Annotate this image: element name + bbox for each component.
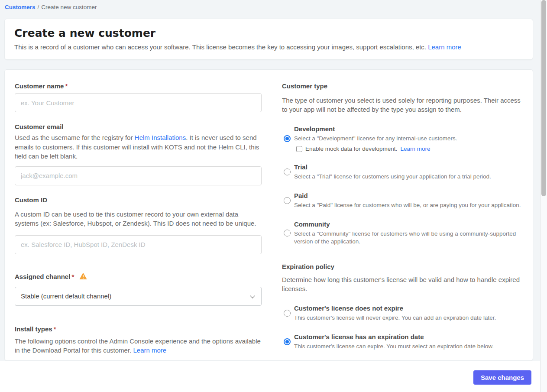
radio-community[interactable] <box>284 230 291 236</box>
form-left-column: Customer name* Customer email Used as th… <box>15 82 262 355</box>
page-header-card: Create a new customer This is a record o… <box>4 19 533 60</box>
breadcrumb-customers-link[interactable]: Customers <box>5 4 36 10</box>
mock-data-learn-more-link[interactable]: Learn more <box>400 146 430 152</box>
customer-email-desc-text-1: Used as the username for the registry fo… <box>15 134 135 141</box>
option-paid-label: Paid <box>294 191 527 200</box>
customer-type-description: The type of customer you select is used … <box>282 96 527 114</box>
expiration-policy-description: Determine how long this customer's licen… <box>282 275 527 293</box>
assigned-channel-label-text: Assigned channel <box>15 273 70 280</box>
customer-type-option-community[interactable]: Community Select a "Community" license f… <box>282 220 527 246</box>
option-development-description: Select a "Development" license for any i… <box>294 135 527 143</box>
custom-id-label: Custom ID <box>15 196 262 204</box>
required-asterisk: * <box>71 273 74 280</box>
breadcrumb-separator: / <box>38 4 39 10</box>
option-community-description: Select a "Community" license for custome… <box>294 230 527 246</box>
radio-paid[interactable] <box>284 197 291 204</box>
save-changes-button[interactable]: Save changes <box>473 370 531 385</box>
option-has-expiration-body: Customer's license has an expiration dat… <box>294 333 527 350</box>
option-has-expiration-description: This customer's license can expire. You … <box>294 343 527 350</box>
option-trial-body: Trial Select a "Trial" license for custo… <box>294 163 527 181</box>
option-paid-description: Select a "Paid" license for customers wh… <box>294 201 527 209</box>
helm-installations-link[interactable]: Helm Installations <box>135 134 186 141</box>
option-development-body: Development Select a "Development" licen… <box>294 125 527 152</box>
customer-name-label: Customer name* <box>15 82 262 91</box>
option-community-label: Community <box>294 220 527 229</box>
page-description: This is a record of a customer who can a… <box>14 43 533 52</box>
customer-form-card: Customer name* Customer email Used as th… <box>4 69 533 361</box>
warning-icon <box>79 273 87 282</box>
scrollbar-thumb[interactable] <box>541 0 546 196</box>
customer-type-option-trial[interactable]: Trial Select a "Trial" license for custo… <box>282 163 527 181</box>
expiration-option-no-expire[interactable]: Customer's license does not expire This … <box>282 304 527 322</box>
custom-id-description: A custom ID can be used to tie this cust… <box>15 210 262 228</box>
radio-license-has-expiration[interactable] <box>284 338 291 345</box>
customer-name-label-text: Customer name <box>15 82 64 90</box>
required-asterisk: * <box>54 325 56 333</box>
form-right-column: Customer type The type of customer you s… <box>282 81 527 350</box>
assigned-channel-label: Assigned channel* <box>15 272 262 282</box>
expiration-policy-heading: Expiration policy <box>282 262 527 271</box>
breadcrumb: Customers/Create new customer <box>5 4 97 10</box>
option-has-expiration-label: Customer's license has an expiration dat… <box>294 333 527 341</box>
install-types-description: The following options control the Admin … <box>15 337 262 355</box>
customer-type-option-development[interactable]: Development Select a "Development" licen… <box>282 125 527 152</box>
assigned-channel-select[interactable]: Stable (current default channel) <box>15 287 262 306</box>
option-no-expire-label: Customer's license does not expire <box>294 304 527 313</box>
customer-name-input[interactable] <box>15 93 262 112</box>
install-types-learn-more-link[interactable]: Learn more <box>133 347 166 354</box>
scrollbar-track[interactable] <box>540 0 547 392</box>
option-no-expire-description: This customer's license will never expir… <box>294 314 527 322</box>
mock-data-checkbox-row[interactable]: Enable mock data for development. Learn … <box>296 146 527 152</box>
install-types-label-text: Install types <box>15 325 52 333</box>
customer-type-option-paid[interactable]: Paid Select a "Paid" license for custome… <box>282 191 527 209</box>
option-community-body: Community Select a "Community" license f… <box>294 220 527 246</box>
install-types-label: Install types* <box>15 325 262 334</box>
assigned-channel-selected-value: Stable (current default channel) <box>21 292 111 300</box>
option-development-label: Development <box>294 125 527 133</box>
option-no-expire-body: Customer's license does not expire This … <box>294 304 527 322</box>
customer-email-label: Customer email <box>15 123 262 131</box>
radio-license-does-not-expire[interactable] <box>284 310 291 317</box>
option-trial-description: Select a "Trial" license for customers u… <box>294 173 527 181</box>
required-asterisk: * <box>65 82 68 90</box>
customer-type-heading: Customer type <box>282 81 527 91</box>
page-title: Create a new customer <box>14 27 533 39</box>
page-description-text: This is a record of a customer who can a… <box>14 43 426 51</box>
custom-id-input[interactable] <box>15 235 262 254</box>
customer-email-input[interactable] <box>15 166 262 185</box>
breadcrumb-current: Create new customer <box>41 4 97 10</box>
mock-data-checkbox[interactable] <box>296 146 302 152</box>
expiration-option-has-expiration[interactable]: Customer's license has an expiration dat… <box>282 333 527 350</box>
chevron-down-icon <box>250 293 255 298</box>
mock-data-checkbox-label: Enable mock data for development. <box>305 146 397 152</box>
header-learn-more-link[interactable]: Learn more <box>428 43 461 51</box>
radio-trial[interactable] <box>284 168 291 175</box>
form-footer-bar: Save changes <box>0 361 540 392</box>
option-paid-body: Paid Select a "Paid" license for custome… <box>294 191 527 209</box>
option-trial-label: Trial <box>294 163 527 172</box>
radio-development[interactable] <box>284 135 291 142</box>
customer-email-description: Used as the username for the registry fo… <box>15 133 262 161</box>
